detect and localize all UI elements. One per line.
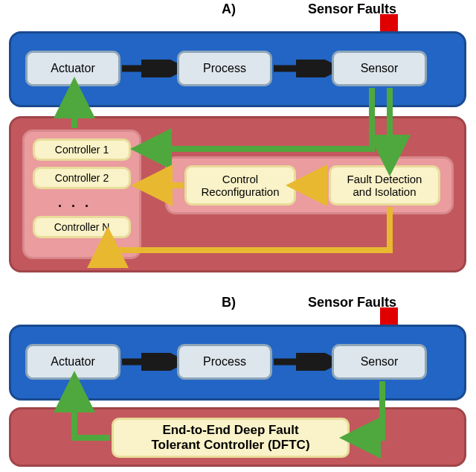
green-arrows-b <box>0 0 476 472</box>
